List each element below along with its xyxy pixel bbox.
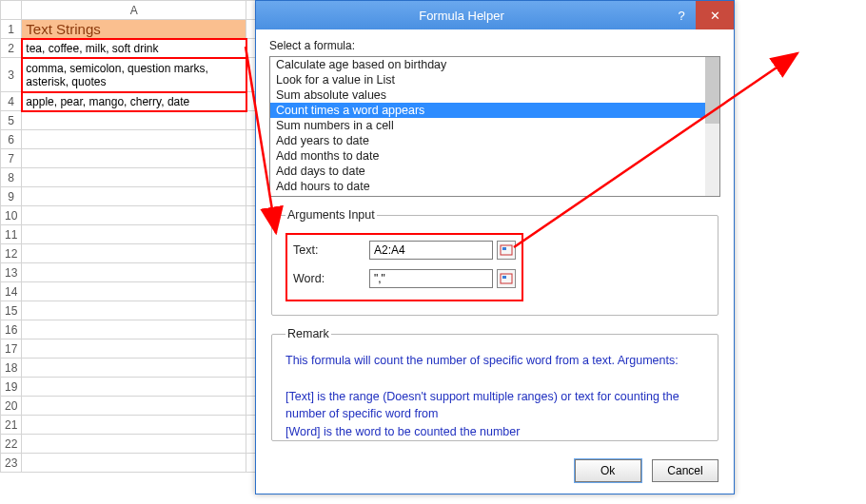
row-header[interactable]: 6 <box>1 130 22 149</box>
row-header[interactable]: 5 <box>1 111 22 130</box>
cell-A1[interactable]: Text Strings <box>22 20 246 39</box>
row-header[interactable]: 15 <box>1 301 22 320</box>
formula-item[interactable]: Look for a value in List <box>270 72 719 87</box>
row-header[interactable]: 18 <box>1 359 22 378</box>
arguments-section: Arguments Input Text: Word: <box>271 208 718 316</box>
row-header[interactable]: 3 <box>1 58 22 92</box>
remark-section: Remark This formula will count the numbe… <box>271 327 718 441</box>
remark-text: This formula will count the number of sp… <box>285 352 704 441</box>
cell[interactable] <box>22 320 246 339</box>
close-button[interactable]: ✕ <box>696 1 734 29</box>
help-button[interactable]: ? <box>667 1 696 29</box>
row-header[interactable]: 23 <box>1 454 22 473</box>
formula-item[interactable]: Sum absolute values <box>270 87 719 103</box>
cell[interactable] <box>22 244 246 263</box>
svg-rect-1 <box>502 247 506 250</box>
row-header[interactable]: 22 <box>1 435 22 454</box>
cell-A2[interactable]: tea, coffee, milk, soft drink <box>22 39 246 58</box>
scrollbar-thumb[interactable] <box>705 57 719 124</box>
row-header[interactable]: 20 <box>1 397 22 416</box>
row-header[interactable]: 16 <box>1 320 22 339</box>
cell[interactable] <box>22 111 246 130</box>
select-formula-label: Select a formula: <box>269 39 720 52</box>
formula-item[interactable]: Add hours to date <box>270 179 719 194</box>
text-arg-label: Text: <box>293 243 369 257</box>
row-header[interactable]: 19 <box>1 378 22 397</box>
formula-listbox[interactable]: Calculate age based on birthdayLook for … <box>269 56 720 197</box>
remark-legend: Remark <box>285 327 331 340</box>
cell[interactable] <box>22 130 246 149</box>
cell-A4[interactable]: apple, pear, mango, cherry, date <box>22 92 246 111</box>
formula-item[interactable]: Add years to date <box>270 133 719 148</box>
cell[interactable] <box>22 301 246 320</box>
cell[interactable] <box>22 149 246 168</box>
row-header[interactable]: 14 <box>1 282 22 301</box>
cancel-button[interactable]: Cancel <box>652 459 718 482</box>
formula-item[interactable]: Calculate age based on birthday <box>270 57 719 72</box>
listbox-scrollbar[interactable] <box>705 57 719 196</box>
cell[interactable] <box>22 206 246 225</box>
col-header-A[interactable]: A <box>22 1 246 20</box>
arguments-legend: Arguments Input <box>285 208 377 222</box>
dialog-title: Formula Helper <box>256 9 667 23</box>
row-header[interactable]: 9 <box>1 187 22 206</box>
cell[interactable] <box>22 168 246 187</box>
cell[interactable] <box>22 416 246 435</box>
cell[interactable] <box>22 282 246 301</box>
range-picker-icon[interactable] <box>497 269 516 288</box>
cell-A3[interactable]: comma, semicolon, question marks, asteri… <box>22 58 246 92</box>
row-header[interactable]: 4 <box>1 92 22 111</box>
formula-item[interactable]: Add months to date <box>270 148 719 164</box>
row-header[interactable]: 12 <box>1 244 22 263</box>
formula-item[interactable]: Sum numbers in a cell <box>270 118 719 133</box>
cell[interactable] <box>22 359 246 378</box>
corner-cell[interactable] <box>1 1 22 20</box>
row-header[interactable]: 13 <box>1 263 22 282</box>
formula-item[interactable]: Add days to date <box>270 164 719 179</box>
cell[interactable] <box>22 397 246 416</box>
row-header[interactable]: 8 <box>1 168 22 187</box>
range-picker-icon[interactable] <box>497 241 516 260</box>
row-header[interactable]: 7 <box>1 149 22 168</box>
text-arg-input[interactable] <box>369 241 493 260</box>
titlebar[interactable]: Formula Helper ? ✕ <box>256 1 734 29</box>
cell[interactable] <box>22 454 246 473</box>
cell[interactable] <box>22 339 246 359</box>
formula-item[interactable]: Count times a word appears <box>270 103 719 118</box>
row-header[interactable]: 11 <box>1 225 22 244</box>
ok-button[interactable]: Ok <box>575 459 641 482</box>
cell[interactable] <box>22 225 246 244</box>
formula-helper-dialog: Formula Helper ? ✕ Select a formula: Cal… <box>255 0 735 494</box>
svg-rect-3 <box>502 276 506 279</box>
cell[interactable] <box>22 263 246 282</box>
cell[interactable] <box>22 378 246 397</box>
cell[interactable] <box>22 187 246 206</box>
row-header[interactable]: 21 <box>1 416 22 435</box>
cell[interactable] <box>22 435 246 454</box>
formula-item[interactable]: Add minutes to date <box>270 194 719 197</box>
row-header[interactable]: 17 <box>1 339 22 359</box>
word-arg-input[interactable] <box>369 269 493 288</box>
row-header[interactable]: 2 <box>1 39 22 58</box>
row-header[interactable]: 1 <box>1 20 22 39</box>
row-header[interactable]: 10 <box>1 206 22 225</box>
word-arg-label: Word: <box>293 272 369 285</box>
